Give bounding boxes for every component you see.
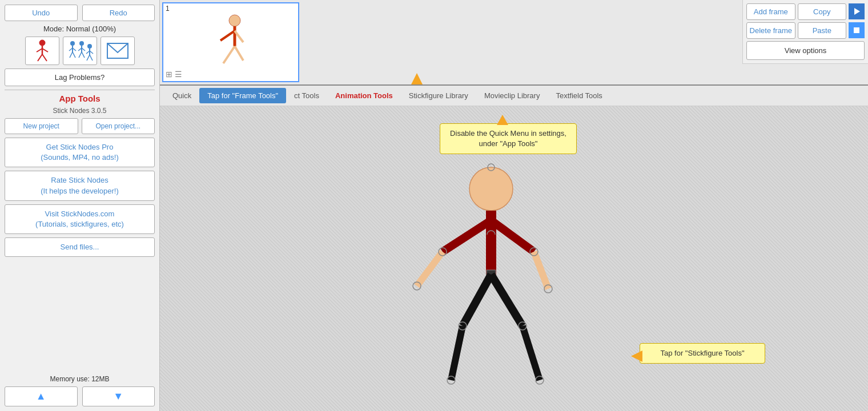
svg-marker-25	[854, 8, 860, 15]
view-options-button[interactable]: View options	[746, 41, 865, 60]
stop-button[interactable]	[849, 22, 865, 38]
undo-redo-row: Undo Redo	[5, 5, 155, 21]
svg-line-23	[90, 55, 93, 61]
add-frame-button[interactable]: Add frame	[746, 3, 795, 20]
get-pro-button[interactable]: Get Stick Nodes Pro (Sounds, MP4, no ads…	[5, 138, 155, 167]
stickfigure-group-icon[interactable]	[63, 37, 97, 65]
icon-row	[5, 37, 155, 65]
svg-line-31	[223, 46, 235, 63]
svg-line-39	[491, 220, 534, 252]
svg-line-17	[82, 52, 85, 58]
memory-label: Memory use: 12MB	[50, 375, 109, 383]
svg-point-27	[229, 15, 240, 26]
svg-line-37	[443, 220, 491, 252]
svg-line-38	[417, 252, 443, 286]
svg-line-44	[451, 326, 463, 380]
rate-button[interactable]: Rate Stick Nodes (It helps the developer…	[5, 171, 155, 200]
svg-point-18	[87, 44, 92, 49]
frame-number: 1	[166, 5, 170, 13]
tab-ct-tools[interactable]: ct Tools	[286, 88, 327, 103]
delete-paste-row: Delete frame Paste	[746, 22, 865, 39]
svg-point-12	[79, 41, 84, 46]
svg-line-43	[463, 275, 491, 326]
svg-line-3	[42, 49, 48, 52]
sidebar: Undo Redo Mode: Normal (100%)	[0, 0, 160, 411]
project-buttons-row: New project Open project...	[5, 118, 155, 134]
svg-point-0	[39, 40, 45, 46]
tab-textfield-tools[interactable]: Textfield Tools	[548, 88, 610, 103]
svg-line-22	[87, 55, 90, 61]
open-project-button[interactable]: Open project...	[82, 118, 155, 134]
svg-line-40	[534, 252, 548, 289]
divider	[5, 90, 155, 90]
stickfigure-single-icon[interactable]	[25, 37, 59, 65]
quick-menu-arrow	[497, 115, 508, 125]
mode-label: Mode: Normal (100%)	[43, 25, 116, 33]
app-tools-title: App Tools	[59, 94, 100, 103]
scroll-up-button[interactable]: ▲	[5, 386, 78, 406]
lag-problems-button[interactable]: Lag Problems?	[5, 68, 155, 86]
svg-line-4	[38, 54, 42, 61]
main-stickfigure[interactable]	[354, 152, 628, 411]
copy-button[interactable]: Copy	[798, 3, 847, 20]
tab-animation-tools[interactable]: Animation Tools	[327, 88, 401, 103]
svg-point-33	[469, 167, 513, 211]
play-button[interactable]	[849, 3, 865, 19]
add-copy-row: Add frame Copy	[746, 3, 865, 20]
quick-menu-tooltip: Disable the Quick Menu in settings, unde…	[440, 123, 577, 154]
tab-frame-tools[interactable]: Tap for "Frame Tools"	[199, 88, 286, 103]
frame-thumbnail[interactable]: 1 ⊞ ☰	[162, 2, 299, 82]
tab-bar: Quick Tap for "Frame Tools" ct Tools Ani…	[160, 86, 868, 106]
envelope-icon[interactable]	[101, 37, 135, 65]
svg-line-29	[220, 31, 235, 41]
frame-icons: ⊞ ☰	[166, 70, 182, 79]
version-label: Stick Nodes 3.0.5	[53, 107, 106, 115]
svg-point-6	[70, 41, 75, 46]
svg-rect-26	[854, 27, 859, 33]
svg-line-16	[79, 52, 82, 58]
send-files-button[interactable]: Send files...	[5, 237, 155, 257]
paste-button[interactable]: Paste	[798, 22, 847, 39]
scroll-down-button[interactable]: ▼	[82, 386, 155, 406]
tab-quick[interactable]: Quick	[164, 88, 199, 103]
stickfigure-tools-tooltip: Tap for "Stickfigure Tools"	[640, 343, 765, 364]
visit-button[interactable]: Visit StickNodes.com (Tutorials, stickfi…	[5, 204, 155, 234]
frame-icon-2: ☰	[175, 70, 182, 79]
tab-stickfigure-library[interactable]: Stickfigure Library	[401, 88, 476, 103]
arrow-buttons-row: ▲ ▼	[5, 386, 155, 406]
main-area: Add frame Copy Delete frame Paste View o…	[160, 0, 868, 411]
svg-line-2	[37, 49, 42, 52]
svg-line-32	[235, 46, 243, 61]
frame-stickfigure	[198, 9, 266, 78]
tab-movieclip-library[interactable]: Movieclip Library	[476, 88, 548, 103]
delete-frame-button[interactable]: Delete frame	[746, 22, 795, 39]
svg-line-46	[523, 326, 540, 380]
redo-button[interactable]: Redo	[82, 5, 155, 21]
top-right-panel: Add frame Copy Delete frame Paste View o…	[742, 0, 868, 64]
svg-line-10	[70, 52, 73, 58]
frame-icon-1: ⊞	[166, 70, 172, 79]
new-project-button[interactable]: New project	[5, 118, 78, 134]
svg-line-5	[42, 54, 47, 61]
stickfigure-tools-arrow	[631, 350, 642, 362]
undo-button[interactable]: Undo	[5, 5, 78, 21]
canvas-area[interactable]: Disable the Quick Menu in settings, unde…	[160, 106, 868, 411]
svg-line-45	[491, 275, 523, 326]
svg-line-11	[73, 52, 75, 58]
